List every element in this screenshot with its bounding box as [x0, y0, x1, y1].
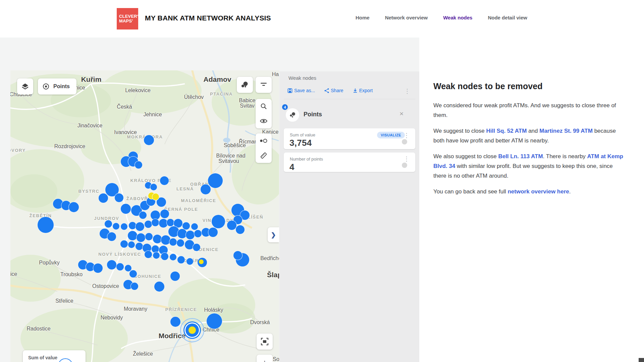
map-bubble[interactable] [194, 230, 202, 238]
map-bubble[interactable] [136, 233, 146, 242]
nav-item-network-overview[interactable]: Network overview [385, 15, 428, 20]
map-label: LÍŠEŇ [248, 215, 263, 220]
map-label: ČERNÁ POLE [164, 207, 198, 212]
map-bubble[interactable] [104, 220, 112, 228]
share-icon [324, 88, 329, 93]
map-bubble[interactable] [233, 251, 243, 260]
map-bubble[interactable] [160, 209, 169, 219]
map-bubble[interactable] [169, 253, 177, 261]
map-bubble[interactable] [150, 183, 157, 191]
map-bubble[interactable] [200, 184, 211, 195]
app-header: CLEVER° MAPS' MY BANK ATM NETWORK ANALYS… [0, 0, 644, 38]
save-as-button[interactable]: Save as... [287, 88, 315, 93]
zoom-in-button[interactable]: + [257, 355, 273, 362]
map-label: Moravany [124, 306, 147, 312]
map-bubble[interactable] [93, 263, 103, 273]
map-label: Troubsko [60, 272, 83, 278]
search-button[interactable] [256, 99, 272, 114]
map-bubble[interactable] [130, 282, 139, 290]
map-bubble[interactable] [114, 193, 124, 202]
map-label: Česká [117, 104, 132, 110]
points-layer-avatar [286, 108, 299, 122]
map-bubble[interactable] [206, 313, 222, 329]
map-bubble[interactable] [193, 243, 201, 251]
map-bubble[interactable] [37, 217, 54, 233]
map-bubble[interactable] [145, 233, 153, 241]
sum-card-menu-button[interactable]: ⋮ [404, 132, 410, 138]
points-chip[interactable]: Points [38, 78, 76, 95]
map-bubble[interactable] [129, 270, 137, 278]
number-of-points-value: 4 [289, 162, 294, 172]
panel-expand-chevron[interactable]: ❯ [268, 227, 279, 242]
map-bubble[interactable] [120, 223, 128, 230]
article-text: We also suggest to close [433, 153, 498, 160]
scrollbar-corner[interactable] [639, 358, 644, 362]
atm-link[interactable]: network overview here [507, 188, 569, 195]
atm-link[interactable]: Hill Sq. 52 ATM [486, 128, 527, 134]
fit-extent-button[interactable] [257, 334, 273, 350]
map-bubble[interactable] [107, 260, 117, 270]
map-bubble[interactable] [191, 223, 198, 230]
close-icon[interactable]: × [399, 110, 404, 118]
map-label: Želešice [133, 351, 153, 357]
map-bubble[interactable] [160, 176, 169, 185]
measure-button[interactable] [256, 148, 272, 163]
map-bubble[interactable] [154, 281, 165, 292]
atm-link[interactable]: Martinez St. 99 ATM [539, 128, 593, 134]
map-bubble[interactable] [112, 223, 120, 230]
visibility-button[interactable] [256, 114, 272, 128]
nav-item-node-detail-view[interactable]: Node detail view [488, 15, 527, 20]
share-button[interactable]: Share [324, 88, 343, 93]
map-bubble[interactable] [120, 203, 131, 214]
map-bubble[interactable] [177, 256, 185, 264]
selected-point-core[interactable] [189, 326, 196, 334]
map-label: Šlapanice [267, 271, 279, 279]
map-bubble[interactable] [151, 219, 159, 227]
map-bubble[interactable] [144, 250, 152, 258]
map-bubble[interactable] [139, 211, 147, 219]
map-bubble[interactable] [127, 231, 138, 241]
count-card-menu-button[interactable]: ⋮ [404, 156, 410, 162]
map-bubble[interactable] [235, 225, 245, 234]
map-bubble-weak-node[interactable] [152, 193, 159, 200]
map-bubble[interactable] [161, 252, 169, 260]
map-bubble[interactable] [186, 258, 194, 265]
map-bubble[interactable] [135, 161, 143, 169]
map-bubble[interactable] [107, 232, 116, 241]
filter-button[interactable] [256, 77, 272, 93]
article-text: We suggest to close [433, 128, 486, 134]
count-card-toggle-dot[interactable] [402, 163, 407, 168]
sum-card-toggle-dot[interactable] [402, 139, 407, 144]
map-bubble[interactable] [211, 215, 225, 229]
point-style-button[interactable] [256, 133, 272, 148]
export-button[interactable]: Export [353, 88, 373, 93]
map-bubble[interactable] [144, 135, 154, 145]
map-bubble[interactable] [68, 202, 79, 213]
map-bubble[interactable] [116, 263, 124, 271]
map-weak-node-dot[interactable] [199, 259, 204, 264]
map-canvas[interactable]: KuřimAdamovModřiceŠlapaniceChudčiceMorav… [10, 70, 279, 362]
map-label: BYSTRC [78, 189, 99, 194]
map-bubble[interactable] [169, 238, 177, 246]
map-bubble[interactable] [128, 241, 135, 248]
visualize-badge[interactable]: VISUALIZE [377, 132, 405, 138]
map-bubble[interactable] [153, 252, 160, 259]
map-bubble[interactable] [170, 271, 180, 281]
map-bubble[interactable] [120, 240, 128, 248]
layers-button[interactable] [17, 78, 33, 95]
map-bubble[interactable] [185, 230, 195, 240]
map-bubble[interactable] [135, 242, 143, 250]
panel-menu-button[interactable]: ⋮ [404, 88, 410, 94]
map-bubble[interactable] [176, 239, 184, 247]
nav-item-weak-nodes[interactable]: Weak nodes [443, 15, 472, 20]
nav-item-home[interactable]: Home [356, 15, 370, 20]
map-bubble[interactable] [208, 227, 218, 237]
bubble-chart-button[interactable] [237, 77, 253, 93]
sum-of-value-label: Sum of value [290, 132, 315, 137]
map-bubble[interactable] [135, 222, 145, 231]
map-bubble[interactable] [170, 316, 181, 327]
map-bubble[interactable] [98, 193, 108, 203]
atm-link[interactable]: Bell Ln. 113 ATM [498, 153, 543, 160]
points-layer-row[interactable]: 4 Points × [279, 104, 419, 125]
clevermaps-logo[interactable]: CLEVER° MAPS' [117, 8, 138, 29]
